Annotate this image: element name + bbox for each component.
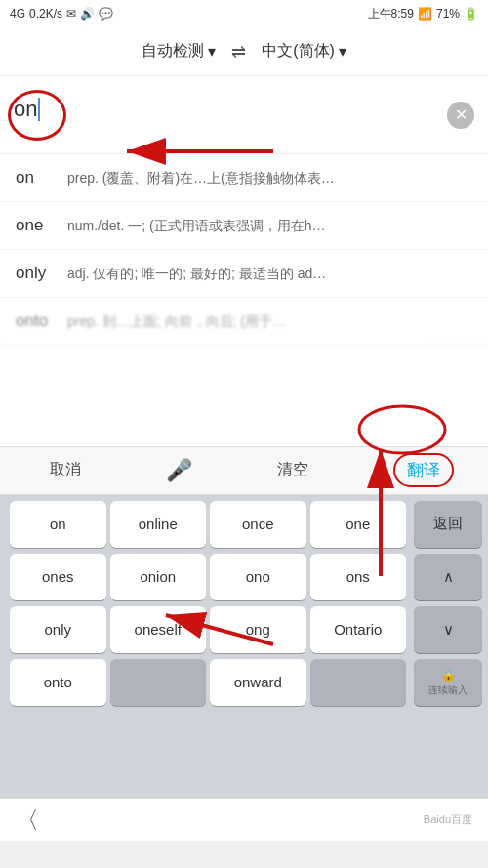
key-ong[interactable]: ong xyxy=(210,606,306,653)
suggestion-def: prep. (覆盖、附着)在…上(意指接触物体表… xyxy=(67,170,472,187)
battery-text: 71% xyxy=(436,7,460,21)
key-onward[interactable]: onward xyxy=(210,659,306,706)
suggestion-item-onto[interactable]: onto prep. 到…上面; 向前，向后; (用于… xyxy=(0,298,488,346)
key-ono[interactable]: ono xyxy=(210,554,306,600)
time-text: 上午8:59 xyxy=(368,6,414,22)
battery-icon: 🔋 xyxy=(464,7,478,21)
nav-bar: 〈 Baidu百度 xyxy=(0,798,488,841)
source-lang-button[interactable]: 自动检测 ▾ xyxy=(142,41,216,62)
suggestion-def: prep. 到…上面; 向前，向后; (用于… xyxy=(67,313,472,331)
extra-icon: 🔊 xyxy=(80,7,95,21)
key-once[interactable]: once xyxy=(210,501,306,548)
key-onto[interactable]: onto xyxy=(10,659,106,706)
keyboard: on online once one ones onion ono ons on… xyxy=(0,495,488,799)
key-oneself[interactable]: oneself xyxy=(110,606,207,653)
suggestion-word: only xyxy=(16,264,60,283)
key-online[interactable]: online xyxy=(110,501,207,548)
suggestion-item-one[interactable]: one num./det. 一; (正式用语或表强调，用在h… xyxy=(0,202,488,250)
key-on[interactable]: on xyxy=(10,501,106,548)
key-ons[interactable]: ons xyxy=(310,554,407,600)
keyboard-row-4: onto onward xyxy=(6,659,410,706)
suggestion-def: adj. 仅有的; 唯一的; 最好的; 最适当的 ad… xyxy=(67,266,472,283)
key-up[interactable]: ∧ xyxy=(414,554,482,600)
lock-label: 连续输入 xyxy=(428,683,468,697)
mic-button[interactable]: 🎤 xyxy=(166,458,192,483)
target-lang-arrow-icon: ▾ xyxy=(339,42,346,61)
key-ones[interactable]: ones xyxy=(10,554,106,600)
key-onion[interactable]: onion xyxy=(110,554,207,600)
text-cursor xyxy=(38,98,40,121)
suggestion-word: on xyxy=(16,168,60,187)
source-lang-label: 自动检测 xyxy=(142,41,204,62)
mail-icon: ✉ xyxy=(66,7,76,21)
suggestions-list: on prep. (覆盖、附着)在…上(意指接触物体表… one num./de… xyxy=(0,154,488,446)
keyboard-row-2: ones onion ono ons xyxy=(6,554,410,600)
translation-header: 自动检测 ▾ ⇌ 中文(简体) ▾ xyxy=(0,27,488,76)
swap-languages-button[interactable]: ⇌ xyxy=(231,41,246,62)
input-text: on xyxy=(14,97,37,122)
status-bar: 4G 0.2K/s ✉ 🔊 💬 上午8:59 📶 71% 🔋 xyxy=(0,0,488,27)
carrier-text: 4G xyxy=(10,7,25,21)
clear-button[interactable]: 清空 xyxy=(262,452,324,488)
lock-icon: 🔒 xyxy=(441,668,456,682)
key-continuous-input[interactable]: 🔒 连续输入 xyxy=(414,659,482,706)
key-only[interactable]: only xyxy=(10,606,106,653)
extra-icon2: 💬 xyxy=(99,7,113,21)
keyboard-side: 返回 ∧ ∨ 🔒 连续输入 xyxy=(414,501,482,712)
keyboard-toolbar: 取消 🎤 清空 翻译 xyxy=(0,446,488,495)
cancel-button[interactable]: 取消 xyxy=(34,452,97,488)
target-lang-button[interactable]: 中文(简体) ▾ xyxy=(262,41,346,62)
key-empty1 xyxy=(110,659,207,706)
suggestion-item-only[interactable]: only adj. 仅有的; 唯一的; 最好的; 最适当的 ad… xyxy=(0,250,488,298)
keyboard-row-3: only oneself ong Ontario xyxy=(6,606,410,653)
keyboard-main: on online once one ones onion ono ons on… xyxy=(6,501,410,712)
key-back[interactable]: 返回 xyxy=(414,501,482,548)
input-area[interactable]: on ✕ xyxy=(0,76,488,154)
suggestion-item-on[interactable]: on prep. (覆盖、附着)在…上(意指接触物体表… xyxy=(0,154,488,202)
key-ontario[interactable]: Ontario xyxy=(310,606,407,653)
clear-input-button[interactable]: ✕ xyxy=(447,102,474,129)
status-right: 上午8:59 📶 71% 🔋 xyxy=(368,6,478,22)
baidu-badge: Baidu百度 xyxy=(424,812,472,827)
signal-text: 0.2K/s xyxy=(29,7,62,21)
wifi-icon: 📶 xyxy=(418,7,432,21)
key-empty2 xyxy=(310,659,407,706)
source-lang-arrow-icon: ▾ xyxy=(208,42,216,61)
status-left: 4G 0.2K/s ✉ 🔊 💬 xyxy=(10,7,113,21)
back-button[interactable]: 〈 xyxy=(16,805,39,836)
keyboard-row-1: on online once one xyxy=(6,501,410,548)
key-one[interactable]: one xyxy=(310,501,407,548)
search-input[interactable]: on xyxy=(14,90,435,129)
suggestion-word: onto xyxy=(16,311,60,331)
suggestion-def: num./det. 一; (正式用语或表强调，用在h… xyxy=(67,218,472,235)
suggestion-word: one xyxy=(16,216,60,235)
translate-button[interactable]: 翻译 xyxy=(393,453,454,487)
target-lang-label: 中文(简体) xyxy=(262,41,335,62)
key-down[interactable]: ∨ xyxy=(414,606,482,653)
